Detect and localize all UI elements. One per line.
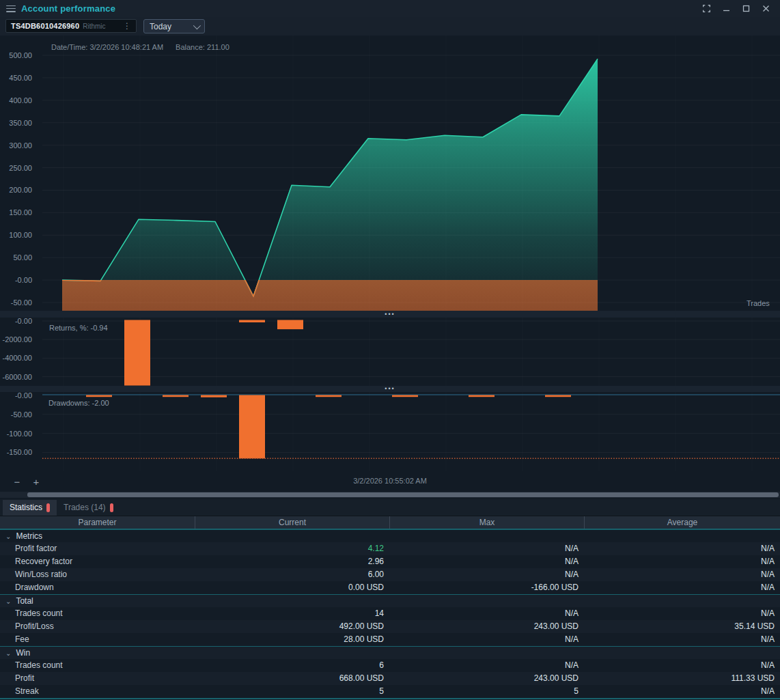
equity-y-tick: 300.00 — [0, 141, 38, 150]
returns-y-tick: -6000.00 — [0, 373, 38, 381]
splitter-handle-icon[interactable]: ••• — [385, 386, 395, 392]
average-cell: N/A — [584, 607, 780, 620]
returns-y-tick: -4000.00 — [0, 354, 38, 362]
average-cell: N/A — [584, 581, 780, 594]
bottom-tabs: Statistics Trades (14) — [0, 499, 780, 516]
average-cell: N/A — [584, 685, 780, 698]
table-header: Parameter Current Max Average — [0, 516, 780, 529]
average-cell: N/A — [584, 542, 780, 555]
returns-y-tick: -2000.00 — [0, 335, 38, 344]
column-header-parameter[interactable]: Parameter — [0, 516, 195, 529]
max-cell: 5 — [389, 685, 584, 698]
timeline-bar: − + 3/2/2026 10:55:02 AM — [0, 471, 780, 499]
table-body: ⌄MetricsProfit factor4.12N/AN/ARecovery … — [0, 529, 780, 698]
drawdowns-y-tick: -150.00 — [0, 448, 38, 456]
current-cell: 28.00 USD — [195, 633, 389, 646]
table-row[interactable]: Drawdown0.00 USD-166.00 USDN/A — [0, 581, 780, 594]
panel-splitter[interactable]: ••• — [0, 311, 780, 318]
equity-y-tick: 100.00 — [0, 231, 38, 239]
drawdowns-y-tick: -100.00 — [0, 430, 38, 438]
equity-y-tick: 450.00 — [0, 74, 38, 82]
tooltip-datetime: Date/Time: 3/2/2026 10:48:21 AM — [51, 43, 163, 51]
max-cell: N/A — [389, 542, 584, 555]
max-cell: 243.00 USD — [389, 620, 584, 633]
table-bottom-border — [0, 698, 780, 699]
table-row[interactable]: Recovery factor2.96N/AN/A — [0, 555, 780, 568]
current-cell: 2.96 — [195, 555, 389, 568]
group-row[interactable]: ⌄Total — [0, 594, 780, 607]
table-row[interactable]: Profit factor4.12N/AN/A — [0, 542, 780, 555]
table-row[interactable]: Trades count14N/AN/A — [0, 607, 780, 620]
param-cell: Fee — [0, 633, 195, 646]
group-row[interactable]: ⌄Win — [0, 646, 780, 659]
max-cell: N/A — [389, 568, 584, 581]
drawdowns-y-tick: -0.00 — [0, 391, 38, 400]
equity-y-tick: 500.00 — [0, 51, 38, 59]
column-header-current[interactable]: Current — [195, 516, 389, 529]
param-cell: Streak — [0, 685, 195, 698]
param-cell: Recovery factor — [0, 555, 195, 568]
average-cell: N/A — [584, 568, 780, 581]
scrollbar-thumb[interactable] — [27, 492, 779, 497]
x-axis-label: Trades — [747, 299, 770, 307]
drawdowns-label: Drawdowns: -2.00 — [48, 399, 109, 407]
chevron-down-icon[interactable]: ⌄ — [5, 533, 11, 540]
drawdowns-y-tick: -50.00 — [0, 410, 38, 419]
param-cell: Win/Loss ratio — [0, 568, 195, 581]
splitter-handle-icon[interactable]: ••• — [385, 311, 395, 318]
tab-badge — [46, 503, 50, 512]
average-cell: N/A — [584, 659, 780, 672]
param-cell: Profit factor — [0, 542, 195, 555]
table-row[interactable]: Win/Loss ratio6.00N/AN/A — [0, 568, 780, 581]
charts-canvas — [0, 0, 780, 499]
chevron-down-icon[interactable]: ⌄ — [5, 649, 11, 657]
chart-tooltip: Date/Time: 3/2/2026 10:48:21 AM Balance:… — [51, 43, 229, 51]
column-header-max[interactable]: Max — [389, 516, 584, 529]
tooltip-balance: Balance: 211.00 — [176, 43, 229, 51]
max-cell: 243.00 USD — [389, 672, 584, 685]
param-cell: Profit/Loss — [0, 620, 195, 633]
average-cell: N/A — [584, 555, 780, 568]
table-row[interactable]: Streak55N/A — [0, 685, 780, 698]
max-cell: N/A — [389, 607, 584, 620]
max-cell: N/A — [389, 659, 584, 672]
current-cell: 5 — [195, 685, 389, 698]
param-cell: Drawdown — [0, 581, 195, 594]
column-header-average[interactable]: Average — [584, 516, 780, 529]
average-cell: 35.14 USD — [584, 620, 780, 633]
tab-trades[interactable]: Trades (14) — [57, 500, 120, 516]
group-row[interactable]: ⌄Metrics — [0, 529, 780, 542]
equity-y-tick: 350.00 — [0, 119, 38, 127]
max-cell: -166.00 USD — [389, 581, 584, 594]
average-cell: 111.33 USD — [584, 672, 780, 685]
table-row[interactable]: Fee28.00 USDN/AN/A — [0, 633, 780, 646]
group-name: ⌄Total — [0, 595, 195, 607]
current-cell: 4.12 — [195, 542, 389, 555]
equity-y-tick: -0.00 — [0, 276, 38, 284]
chevron-down-icon[interactable]: ⌄ — [5, 598, 11, 605]
param-cell: Trades count — [0, 607, 195, 620]
horizontal-scrollbar[interactable] — [0, 492, 780, 498]
current-cell: 0.00 USD — [195, 581, 389, 594]
table-row[interactable]: Profit668.00 USD243.00 USD111.33 USD — [0, 672, 780, 685]
equity-y-tick: 200.00 — [0, 186, 38, 194]
group-name: ⌄Win — [0, 647, 195, 659]
current-cell: 668.00 USD — [195, 672, 389, 685]
tab-badge — [110, 503, 113, 512]
equity-area-chart[interactable] — [62, 59, 598, 311]
panel-splitter[interactable]: ••• — [0, 386, 780, 392]
table-row[interactable]: Profit/Loss492.00 USD243.00 USD35.14 USD — [0, 620, 780, 633]
returns-bar-chart[interactable] — [124, 320, 303, 386]
table-row[interactable]: Trades count6N/AN/A — [0, 659, 780, 672]
current-cell: 14 — [195, 607, 389, 620]
param-cell: Profit — [0, 672, 195, 685]
current-cell: 6 — [195, 659, 389, 672]
account-performance-window: Account performance TS4DB6010426960 Rith… — [0, 0, 780, 700]
equity-y-tick: 400.00 — [0, 96, 38, 104]
returns-y-tick: -0.00 — [0, 317, 38, 325]
cursor-time-label: 3/2/2026 10:55:02 AM — [0, 477, 780, 485]
equity-y-tick: 150.00 — [0, 208, 38, 216]
average-cell: N/A — [584, 633, 780, 646]
drawdowns-bar-chart[interactable] — [42, 395, 780, 458]
tab-statistics[interactable]: Statistics — [3, 500, 57, 516]
